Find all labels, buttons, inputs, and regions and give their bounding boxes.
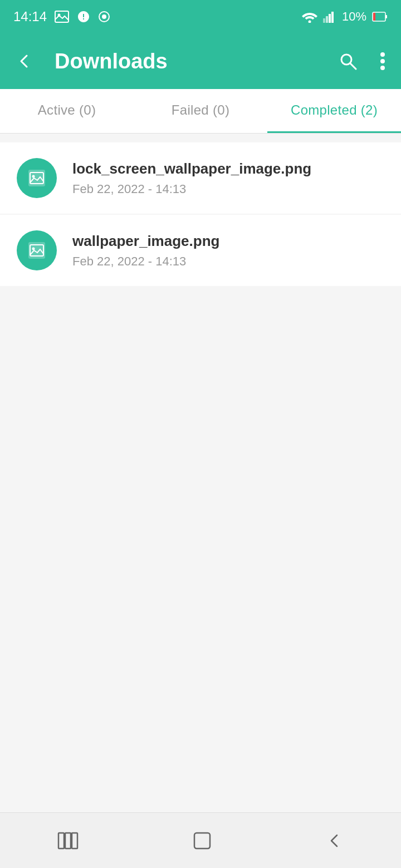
- file-date-2: Feb 22, 2022 - 14:13: [72, 254, 219, 269]
- app-bar: Downloads: [0, 33, 401, 89]
- svg-rect-10: [373, 13, 375, 21]
- bottom-nav: [0, 812, 401, 868]
- svg-rect-24: [65, 833, 71, 849]
- svg-point-3: [102, 14, 106, 19]
- svg-rect-8: [331, 12, 334, 23]
- app-bar-actions: [334, 47, 390, 75]
- status-time: 14:14: [13, 9, 47, 24]
- battery-icon: [372, 11, 388, 22]
- tab-active[interactable]: Active (0): [0, 89, 134, 133]
- file-icon-2: [17, 230, 57, 270]
- home-button[interactable]: [170, 825, 234, 857]
- tab-completed[interactable]: Completed (2): [267, 89, 401, 133]
- content-area: lock_screen_wallpaper_image.png Feb 22, …: [0, 134, 401, 812]
- svg-rect-25: [72, 833, 77, 849]
- more-options-button[interactable]: [375, 47, 390, 75]
- file-date-1: Feb 22, 2022 - 14:13: [72, 182, 311, 196]
- svg-point-22: [32, 248, 35, 250]
- page-title: Downloads: [55, 50, 323, 73]
- tab-failed[interactable]: Failed (0): [134, 89, 267, 133]
- back-nav-button[interactable]: [304, 825, 366, 856]
- recent-apps-button[interactable]: [35, 825, 101, 856]
- file-icon-1: [17, 158, 57, 198]
- wifi-icon: [302, 11, 317, 23]
- svg-point-14: [380, 52, 385, 57]
- list-item[interactable]: lock_screen_wallpaper_image.png Feb 22, …: [0, 142, 401, 214]
- svg-rect-23: [58, 833, 64, 849]
- svg-line-13: [350, 63, 356, 69]
- signal-icon: [323, 11, 336, 23]
- tab-bar: Active (0) Failed (0) Completed (2): [0, 89, 401, 134]
- file-info-1: lock_screen_wallpaper_image.png Feb 22, …: [72, 160, 311, 196]
- svg-rect-5: [323, 18, 325, 23]
- image-status-icon: [55, 11, 69, 23]
- file-name-2: wallpaper_image.png: [72, 233, 219, 250]
- image-file-icon: [27, 168, 47, 188]
- svg-rect-7: [329, 14, 331, 23]
- search-button[interactable]: [334, 47, 362, 75]
- svg-rect-11: [385, 15, 387, 18]
- svg-point-16: [380, 66, 385, 70]
- status-left: 14:14: [13, 9, 110, 24]
- file-info-2: wallpaper_image.png Feb 22, 2022 - 14:13: [72, 233, 219, 269]
- svg-point-15: [380, 59, 385, 63]
- back-button[interactable]: [11, 48, 38, 75]
- file-name-1: lock_screen_wallpaper_image.png: [72, 160, 311, 177]
- svg-point-19: [32, 175, 35, 178]
- list-item[interactable]: wallpaper_image.png Feb 22, 2022 - 14:13: [0, 215, 401, 286]
- image-file-icon-2: [27, 240, 47, 260]
- battery-percent: 10%: [342, 9, 366, 24]
- svg-rect-6: [326, 16, 328, 23]
- notification-icon: [77, 10, 90, 23]
- svg-point-4: [308, 21, 311, 23]
- record-icon: [98, 11, 110, 23]
- status-bar: 14:14 10%: [0, 0, 401, 33]
- svg-rect-26: [194, 833, 210, 849]
- status-right: 10%: [302, 9, 388, 24]
